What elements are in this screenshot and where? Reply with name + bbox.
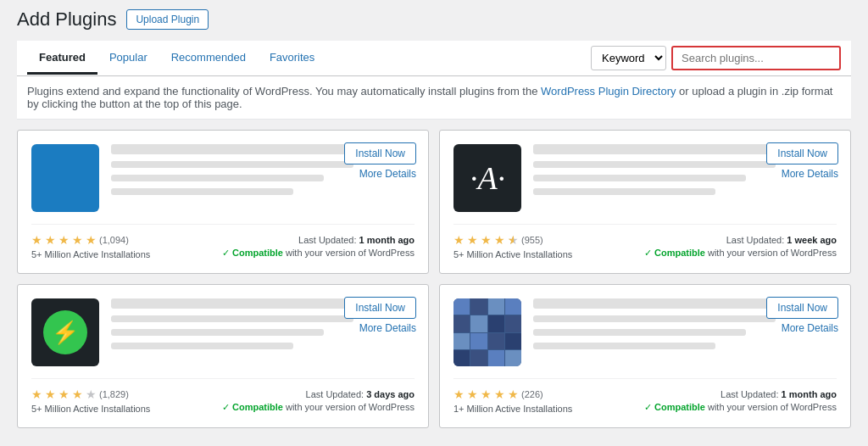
plugin-desc-block: [533, 161, 776, 168]
rating-count-2: (955): [521, 235, 543, 245]
star-2: ★: [45, 387, 56, 401]
more-details-link-2[interactable]: More Details: [782, 168, 838, 180]
plugin-desc-block: [533, 315, 776, 322]
star-4: ★: [72, 233, 83, 247]
star-5: ★: [86, 233, 97, 247]
upload-plugin-button[interactable]: Upload Plugin: [126, 9, 209, 30]
plugin-desc-block: [111, 343, 293, 349]
plugin-meta-left-4: ★ ★ ★ ★ ★ (226) 1+ Million Active Instal…: [453, 387, 572, 414]
compatible-4: ✓ Compatible with your version of WordPr…: [644, 402, 837, 413]
star-3: ★: [58, 387, 70, 401]
star-4: ★: [494, 387, 505, 401]
star-1: ★: [453, 387, 465, 401]
stars-3: ★ ★ ★ ★ ★ (1,829): [31, 387, 150, 401]
install-now-button-4[interactable]: Install Now: [766, 297, 838, 319]
plugin-icon-3: ⚡: [31, 298, 99, 366]
plugin-actions-4: Install Now More Details: [766, 297, 838, 334]
active-installs-4: 1+ Million Active Installations: [453, 404, 572, 414]
plugin-actions-2: Install Now More Details: [766, 142, 838, 180]
doc-icon: [53, 154, 77, 202]
star-2: ★: [45, 233, 56, 247]
page-title: Add Plugins: [17, 8, 116, 31]
plugin-desc-block: [111, 329, 324, 336]
plugin-card-1: Install Now More Details ★ ★ ★ ★ ★ (1,09…: [17, 130, 429, 274]
plugin-desc-block: [533, 188, 715, 195]
plugin-actions-3: Install Now More Details: [344, 297, 416, 334]
bolt-circle-icon: ⚡: [43, 310, 87, 354]
active-installs-3: 5+ Million Active Installations: [31, 404, 150, 414]
plugin-title-block: [111, 298, 384, 309]
compatible-3: ✓ Compatible with your version of WordPr…: [222, 402, 415, 413]
plugin-footer-2: ★ ★ ★ ★ ★ ★ (955) 5+ Million Active Inst…: [453, 224, 837, 259]
plugin-desc-block: [111, 175, 324, 181]
active-installs-1: 5+ Million Active Installations: [31, 249, 150, 259]
star-1: ★: [453, 233, 465, 247]
install-now-button-3[interactable]: Install Now: [344, 297, 416, 319]
search-input[interactable]: [671, 46, 841, 70]
plugin-card-4: Install Now More Details ★ ★ ★ ★ ★ (226)…: [439, 284, 851, 428]
plugin-icon-4: [453, 298, 521, 366]
plugin-desc-block: [533, 175, 746, 181]
plugin-meta-left-1: ★ ★ ★ ★ ★ (1,094) 5+ Million Active Inst…: [31, 233, 150, 259]
more-details-link-3[interactable]: More Details: [359, 322, 416, 334]
bolt-icon: ⚡: [52, 320, 79, 346]
more-details-link-4[interactable]: More Details: [782, 322, 838, 334]
plugin-footer-4: ★ ★ ★ ★ ★ (226) 1+ Million Active Instal…: [453, 378, 837, 414]
search-area: Keyword: [591, 41, 841, 75]
plugin-desc-block: [111, 188, 293, 195]
mosaic-grid-icon: [453, 298, 521, 366]
plugin-title-block: [111, 144, 384, 154]
letter-a-icon: ·A·: [470, 159, 505, 197]
compatible-2: ✓ Compatible with your version of WordPr…: [644, 248, 837, 259]
star-5: ★ ★: [508, 233, 519, 247]
star-4: ★: [494, 233, 505, 247]
last-updated-2: Last Updated: 1 week ago: [726, 235, 837, 245]
plugin-desc-block: [111, 315, 353, 322]
plugin-meta-left-3: ★ ★ ★ ★ ★ (1,829) 5+ Million Active Inst…: [31, 387, 150, 414]
plugin-card-3: ⚡ Install Now More Details ★ ★: [17, 284, 429, 428]
plugin-meta-right-1: Last Updated: 1 month ago ✓ Compatible w…: [222, 235, 415, 259]
star-5: ★: [86, 387, 97, 401]
plugin-directory-link[interactable]: WordPress Plugin Directory: [541, 85, 676, 98]
stars-1: ★ ★ ★ ★ ★ (1,094): [31, 233, 150, 247]
star-1: ★: [31, 387, 42, 401]
last-updated-3: Last Updated: 3 days ago: [306, 389, 415, 399]
plugin-meta-right-4: Last Updated: 1 month ago ✓ Compatible w…: [644, 389, 837, 413]
install-now-button-1[interactable]: Install Now: [344, 142, 416, 164]
last-updated-4: Last Updated: 1 month ago: [721, 389, 837, 399]
active-installs-2: 5+ Million Active Installations: [453, 249, 572, 259]
plugin-desc-block: [533, 329, 746, 336]
plugin-desc-block: [111, 161, 353, 168]
description-text-before: Plugins extend and expand the functional…: [27, 85, 541, 98]
star-5: ★: [508, 387, 519, 401]
star-3: ★: [481, 387, 492, 401]
plugin-icon-1: [31, 144, 99, 212]
compatible-1: ✓ Compatible with your version of WordPr…: [222, 248, 415, 259]
keyword-dropdown[interactable]: Keyword: [591, 46, 666, 70]
rating-count-1: (1,094): [99, 235, 129, 245]
install-now-button-2[interactable]: Install Now: [766, 142, 838, 164]
more-details-link-1[interactable]: More Details: [359, 168, 416, 180]
rating-count-4: (226): [521, 389, 543, 399]
star-2: ★: [467, 387, 478, 401]
stars-2: ★ ★ ★ ★ ★ ★ (955): [453, 233, 572, 247]
plugin-icon-2: ·A·: [453, 144, 521, 212]
star-3: ★: [58, 233, 70, 247]
nav-tabs-bar: Featured Popular Recommended Favorites K…: [17, 41, 851, 76]
plugin-meta-right-2: Last Updated: 1 week ago ✓ Compatible wi…: [644, 235, 837, 259]
star-4: ★: [72, 387, 83, 401]
plugin-footer-1: ★ ★ ★ ★ ★ (1,094) 5+ Million Active Inst…: [31, 224, 415, 259]
tab-popular[interactable]: Popular: [97, 42, 159, 75]
tab-favorites[interactable]: Favorites: [258, 42, 326, 75]
tab-recommended[interactable]: Recommended: [159, 42, 258, 75]
star-2: ★: [467, 233, 478, 247]
description-bar: Plugins extend and expand the functional…: [17, 76, 851, 120]
tab-featured[interactable]: Featured: [27, 42, 97, 75]
plugin-title-block: [533, 144, 806, 154]
plugin-meta-right-3: Last Updated: 3 days ago ✓ Compatible wi…: [222, 389, 415, 413]
star-1: ★: [31, 233, 42, 247]
nav-tabs-left: Featured Popular Recommended Favorites: [27, 42, 326, 75]
plugin-desc-block: [533, 343, 715, 349]
last-updated-1: Last Updated: 1 month ago: [298, 235, 415, 245]
plugin-actions-1: Install Now More Details: [344, 142, 416, 180]
